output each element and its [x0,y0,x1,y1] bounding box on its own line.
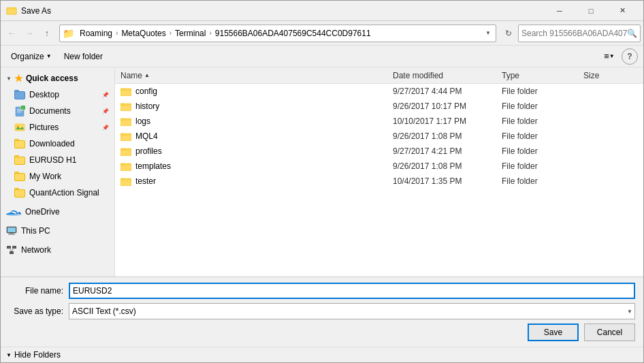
hide-folders-bar[interactable]: ▼ Hide Folders [1,347,643,362]
search-icon: 🔍 [627,29,637,38]
hide-folders-label: Hide Folders [14,350,61,360]
forward-button[interactable]: → [21,25,37,42]
refresh-button[interactable]: ↻ [500,25,517,42]
address-part-text-hash[interactable]: 915566BA06ADA407569C544CC0D97611 [212,27,374,40]
file-type: File folder [502,161,583,171]
sidebar-item-quantaction[interactable]: QuantAction Signal [1,185,114,201]
table-row[interactable]: logs 10/10/2017 1:17 PM File folder [115,114,643,129]
sidebar-header-quick-access[interactable]: ▼ ★ Quick access [1,70,114,86]
hide-folders-chevron-icon: ▼ [6,352,12,358]
file-type: File folder [502,176,583,186]
bottom-buttons: Save Cancel [9,323,635,341]
table-row[interactable]: config 9/27/2017 4:44 PM File folder [115,84,643,99]
sidebar-item-label-network: Network [21,245,51,255]
save-as-type-select[interactable]: ASCII Text (*.csv) [69,303,635,319]
column-header-name[interactable]: Name ▲ [120,71,393,80]
file-name-text: config [135,86,157,96]
svg-rect-5 [17,112,21,112]
svg-rect-37 [120,165,131,171]
close-button[interactable]: ✕ [607,1,638,21]
table-row[interactable]: templates 9/26/2017 1:08 PM File folder [115,159,643,174]
sidebar-item-onedrive[interactable]: OneDrive [1,204,114,220]
file-name-input[interactable] [69,283,635,299]
search-input[interactable] [521,29,627,38]
file-name-text: templates [135,161,171,171]
svg-rect-28 [120,120,131,126]
save-button[interactable]: Save [528,323,579,341]
folder-icon [120,176,131,186]
table-row[interactable]: history 9/26/2017 10:17 PM File folder [115,99,643,114]
file-name-row: File name: [9,283,635,299]
sidebar-item-network[interactable]: Network [1,242,114,258]
file-list-header: Name ▲ Date modified Type Size [115,67,643,84]
secondary-toolbar: Organize ▼ New folder ≡ ▼ ? [1,46,643,67]
sidebar-item-thispc[interactable]: This PC [1,223,114,239]
title-bar: Save As ─ □ ✕ [1,1,643,21]
back-button[interactable]: ← [3,25,20,42]
organize-button[interactable]: Organize ▼ [6,48,57,65]
address-part-text-terminal[interactable]: Terminal [172,27,208,40]
navigation-toolbar: ← → ↑ 📁 Roaming › MetaQuotes › Terminal … [1,21,643,46]
file-list: Name ▲ Date modified Type Size [115,67,643,277]
documents-icon: ↓ [14,106,25,116]
new-folder-button[interactable]: New folder [59,48,108,65]
file-type: File folder [502,101,583,111]
table-row[interactable]: MQL4 9/26/2017 1:08 PM File folder [115,129,643,144]
address-part-roaming[interactable]: Roaming › [77,27,118,40]
file-row-name: profiles [120,146,393,156]
svg-rect-35 [120,148,125,150]
table-row[interactable]: profiles 9/27/2017 4:21 PM File folder [115,144,643,159]
organize-chevron-icon: ▼ [46,53,52,59]
organize-label: Organize [11,52,44,61]
up-button[interactable]: ↑ [39,25,55,42]
sidebar-item-documents[interactable]: ↓ Documents 📌 [1,103,114,119]
file-name-text: profiles [135,146,162,156]
file-row-name: MQL4 [120,131,393,141]
svg-rect-40 [120,180,131,186]
sidebar-item-mywork[interactable]: My Work [1,168,114,185]
file-date: 10/4/2017 1:35 PM [393,176,502,186]
sidebar-item-label-pictures: Pictures [29,123,59,132]
sidebar-item-label-eurusd: EURUSD H1 [29,155,76,165]
folder-icon [120,86,131,96]
address-part-text-roaming[interactable]: Roaming [77,27,115,40]
pin-icon-pictures: 📌 [102,125,109,131]
file-row-name: config [120,86,393,96]
address-part-text-metaquotes[interactable]: MetaQuotes [118,27,168,40]
svg-rect-22 [120,90,131,96]
sidebar-item-downloaded[interactable]: Downloaded [1,136,114,152]
view-button[interactable]: ≡ ▼ [600,48,619,65]
file-date: 9/27/2017 4:44 PM [393,86,502,96]
address-dropdown-button[interactable]: ▼ [483,25,493,42]
folder-icon [120,116,131,126]
cancel-button[interactable]: Cancel [584,323,635,341]
save-as-type-wrapper: ASCII Text (*.csv) ▼ [69,303,635,319]
svg-text:↓: ↓ [22,106,24,110]
column-header-date[interactable]: Date modified [393,71,502,80]
svg-rect-32 [120,133,125,135]
maximize-button[interactable]: □ [575,1,607,21]
sort-arrow-icon: ▲ [144,72,150,78]
save-as-type-label: Save as type: [9,306,63,316]
address-part-hash[interactable]: 915566BA06ADA407569C544CC0D97611 [212,27,374,40]
search-bar: 🔍 [518,25,641,42]
minimize-button[interactable]: ─ [544,1,575,21]
address-part-metaquotes[interactable]: MetaQuotes › [118,27,172,40]
sidebar-item-desktop[interactable]: Desktop 📌 [1,86,114,103]
address-part-terminal[interactable]: Terminal › [172,27,212,40]
sidebar-item-pictures[interactable]: Pictures 📌 [1,119,114,136]
sidebar-item-label-downloaded: Downloaded [29,139,75,148]
file-date: 10/10/2017 1:17 PM [393,116,502,126]
view-icon: ≡ [604,51,609,61]
file-row-name: tester [120,176,393,186]
column-header-size[interactable]: Size [583,71,638,80]
sidebar-item-eurusd[interactable]: EURUSD H1 [1,152,114,168]
help-button[interactable]: ? [622,48,638,65]
file-date: 9/26/2017 1:08 PM [393,131,502,141]
folder-icon [120,131,131,141]
thispc-icon [6,225,17,236]
sidebar-section-network: Network [1,242,114,258]
column-header-type[interactable]: Type [502,71,583,80]
svg-rect-25 [120,105,131,111]
table-row[interactable]: tester 10/4/2017 1:35 PM File folder [115,174,643,189]
